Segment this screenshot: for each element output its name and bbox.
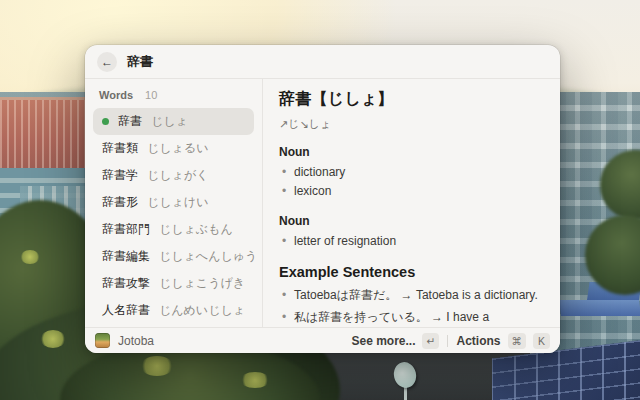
word-reading: じしょるい [147,140,208,157]
word-kanji: 辞書学 [102,167,138,184]
word-list-item[interactable]: 辞書部門 じしょぶもん [93,216,254,243]
word-list-item[interactable]: 辞書編集 じしょへんしゅう [93,243,254,270]
word-reading: じしょこうげき [159,275,245,292]
word-list-item[interactable]: 辞書類 じしょるい [93,135,254,162]
actions-label: Actions [456,334,500,348]
enter-key-icon: ↵ [422,333,439,349]
window-footer: Jotoba See more... ↵ Actions ⌘ K [85,327,560,353]
word-kanji: 辞書攻撃 [102,275,150,292]
word-reading: じしょ [151,113,188,130]
word-reading: じしょがく [147,167,208,184]
wallpaper-blue-roof [559,300,640,316]
word-kanji: 辞書形 [102,194,138,211]
wallpaper-foliage-highlight [240,372,270,388]
actions-button[interactable]: Actions ⌘ K [456,333,550,349]
window-header: ← 辞書 [85,45,560,79]
jotoba-app-icon [95,333,110,348]
word-list-header: Words 10 [93,84,254,108]
word-kanji: 辞書 [118,113,142,130]
back-arrow-icon: ← [101,55,113,69]
definition-list: dictionary lexicon [279,163,544,201]
word-list-item[interactable]: 電子辞書 でんしじしょ [93,324,254,327]
see-more-button[interactable]: See more... ↵ [351,333,439,349]
word-reading: じしょけい [147,194,208,211]
word-detail-panel: 辞書【じしょ】 ↗じ↘しょ Noun dictionary lexicon No… [262,79,560,327]
example-sentence-list: Tatoebaは辞書だ。 → Tatoeba is a dictionary. … [279,284,544,327]
definition-item: dictionary [279,163,544,182]
section-label: Words [99,89,133,101]
word-list-item[interactable]: 辞書学 じしょがく [93,162,254,189]
window-body: Words 10 辞書 じしょ 辞書類 じしょるい 辞書学 じしょがく 辞書形 … [85,79,560,327]
word-reading: じしょへんしゅう [159,248,257,265]
word-list-item[interactable]: 辞書 じしょ [93,108,254,135]
word-reading: じしょぶもん [159,221,233,238]
word-list-item[interactable]: 人名辞書 じんめいじしょ [93,297,254,324]
word-count: 10 [145,89,157,101]
word-list-panel: Words 10 辞書 じしょ 辞書類 じしょるい 辞書学 じしょがく 辞書形 … [85,79,262,327]
pitch-accent: ↗じ↘しょ [279,117,544,132]
k-key-icon: K [533,333,550,349]
word-kanji: 辞書部門 [102,221,150,238]
selected-dot-icon [102,118,109,125]
definition-item: letter of resignation [279,232,544,251]
word-kanji: 人名辞書 [102,302,150,319]
app-name: Jotoba [118,334,154,348]
footer-divider [447,335,448,347]
word-kanji: 辞書編集 [102,248,150,265]
cmd-key-icon: ⌘ [508,333,527,349]
wallpaper-foliage-highlight [140,356,174,376]
see-more-label: See more... [351,334,415,348]
dictionary-window: ← 辞書 Words 10 辞書 じしょ 辞書類 じしょるい 辞書学 じしょがく [85,45,560,353]
word-kanji: 辞書類 [102,140,138,157]
wallpaper-foliage-highlight [20,250,40,264]
definition-list: letter of resignation [279,232,544,251]
word-list-item[interactable]: 辞書攻撃 じしょこうげき [93,270,254,297]
example-sentence: Tatoebaは辞書だ。 → Tatoeba is a dictionary. [279,284,544,306]
example-sentence: 私は辞書を持っている。 → I have a dictionary. [279,306,544,327]
wallpaper-foliage-highlight [40,330,66,348]
example-sentences-heading: Example Sentences [279,264,544,280]
definition-item: lexicon [279,182,544,201]
word-list-item[interactable]: 辞書形 じしょけい [93,189,254,216]
page-title: 辞書 [127,53,153,71]
word-reading: じんめいじしょ [159,302,245,319]
detail-title: 辞書【じしょ】 [279,89,544,110]
back-button[interactable]: ← [97,52,117,72]
part-of-speech-heading: Noun [279,145,544,159]
part-of-speech-heading: Noun [279,214,544,228]
